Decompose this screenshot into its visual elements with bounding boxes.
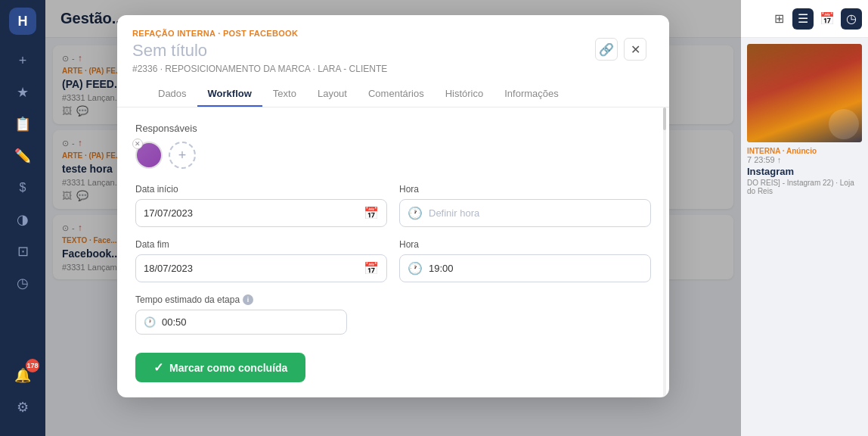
tempo-section: Tempo estimado da etapa i 🕐 00:50 [135,294,651,335]
check-icon: ✓ [153,360,163,375]
right-card-timestamp: 7 23:59 ↑ [747,155,862,164]
sidebar-item-star[interactable]: ★ [9,79,36,106]
info-icon: i [243,294,253,305]
modal-tabs: Dados Workflow Texto Layout Comentários … [132,82,654,107]
sidebar-logo[interactable]: H [9,8,36,35]
top-bar: ⊞ ☰ 📅 ◷ [741,0,868,38]
hora-fim-input[interactable]: 🕐 [399,254,651,282]
calendar-view-icon[interactable]: 📅 [817,8,838,30]
clock-view-icon[interactable]: ◷ [841,8,862,30]
plus-icon: + [19,53,27,69]
responsaveis-row: ✕ + [135,142,651,169]
data-fim-label: Data fim [135,239,387,250]
panel-image [747,44,862,142]
modal-overlay: REFAÇÃO INTERNA · POST FACEBOOK Sem títu… [45,0,741,436]
link-icon: 🔗 [599,42,614,57]
grid-view-icon[interactable]: ⊞ [768,8,789,30]
clock-icon: ◷ [17,275,29,291]
tab-layout[interactable]: Layout [307,82,358,107]
clock-fim-icon: 🕐 [408,261,423,276]
sidebar-item-chart[interactable]: ◑ [9,206,36,233]
responsaveis-label: Responsáveis [135,123,651,134]
hora-fim-field[interactable] [429,263,643,274]
sidebar: H + ★ 📋 ✏️ $ ◑ ⊡ ◷ 🔔 178 ⚙ [0,0,45,436]
sidebar-item-clipboard[interactable]: 📋 [9,111,36,138]
hora-inicio-input[interactable]: 🕐 [399,199,651,227]
data-fim-field[interactable] [144,263,358,274]
data-inicio-label: Data início [135,184,387,195]
sidebar-item-plus[interactable]: + [9,47,36,74]
clock-input-icon: 🕐 [408,206,423,220]
modal: REFAÇÃO INTERNA · POST FACEBOOK Sem títu… [117,15,669,397]
right-card-title: Instagram [747,166,862,177]
date-fields-row: Data início 📅 Hora 🕐 [135,184,651,227]
hora-inicio-label: Hora [399,184,651,195]
clipboard-icon: 📋 [14,116,31,132]
btn-label: Marcar como concluída [169,362,287,374]
data-inicio-group: Data início 📅 [135,184,387,227]
sidebar-item-clock[interactable]: ◷ [9,269,36,297]
tab-comentarios[interactable]: Comentários [358,82,435,107]
modal-body: Responsáveis ✕ + Data início 📅 [117,107,669,397]
hora-fim-label: Hora [399,239,651,250]
tab-texto[interactable]: Texto [262,82,307,107]
tab-workflow[interactable]: Workflow [197,82,262,107]
tempo-value: 00:50 [162,316,187,328]
tempo-label: Tempo estimado da etapa i [135,294,651,305]
tab-dados[interactable]: Dados [147,82,197,107]
inbox-icon: ⊡ [17,243,29,260]
dollar-icon: $ [20,181,26,195]
data-inicio-input[interactable]: 📅 [135,199,387,227]
sidebar-item-dollar[interactable]: $ [9,174,36,201]
date-fim-fields-row: Data fim 📅 Hora 🕐 [135,239,651,282]
hora-inicio-field[interactable] [429,207,643,219]
scroll-track [663,107,666,397]
tab-informacoes[interactable]: Informações [494,82,569,107]
modal-title: Sem título [132,41,654,61]
remove-avatar-button[interactable]: ✕ [132,139,143,149]
add-avatar-button[interactable]: + [169,142,196,169]
close-button[interactable]: ✕ [624,38,646,61]
clock-tempo-icon: 🕐 [144,316,156,328]
hora-inicio-group: Hora 🕐 [399,184,651,227]
notification-badge: 178 [26,359,39,372]
sidebar-item-edit[interactable]: ✏️ [9,142,36,170]
sidebar-item-inbox[interactable]: ⊡ [9,238,36,265]
link-button[interactable]: 🔗 [595,38,618,61]
close-icon: ✕ [631,42,640,57]
sidebar-item-notification[interactable]: 🔔 178 [9,362,36,389]
hora-fim-group: Hora 🕐 [399,239,651,282]
modal-header-actions: 🔗 ✕ [595,38,646,61]
scroll-thumb[interactable] [663,107,666,130]
right-card-label: INTERNA · Anúncio [747,147,862,155]
tempo-input[interactable]: 🕐 00:50 [135,310,347,335]
list-view-icon[interactable]: ☰ [792,8,814,30]
edit-icon: ✏️ [14,148,31,164]
settings-icon: ⚙ [17,399,29,416]
right-card-meta: DO REIS] - Instagram 22) · Loja do Reis [747,179,862,195]
calendar-fim-icon: 📅 [364,261,379,276]
right-panel: INTERNA · Anúncio 7 23:59 ↑ Instagram DO… [741,0,868,436]
calendar-icon: 📅 [364,206,379,220]
data-fim-group: Data fim 📅 [135,239,387,282]
data-inicio-field[interactable] [144,207,358,219]
tab-historico[interactable]: Histórico [435,82,494,107]
modal-meta: #2336 · REPOSICIONAMENTO DA MARCA · LARA… [132,64,654,74]
sidebar-item-settings[interactable]: ⚙ [9,394,36,421]
marcar-concluida-button[interactable]: ✓ Marcar como concluída [135,353,305,382]
modal-header: REFAÇÃO INTERNA · POST FACEBOOK Sem títu… [117,15,669,107]
avatar-container: ✕ [135,142,163,169]
star-icon: ★ [17,84,29,101]
modal-subtitle: REFAÇÃO INTERNA · POST FACEBOOK [132,29,654,38]
chart-icon: ◑ [17,211,29,228]
data-fim-input[interactable]: 📅 [135,254,387,282]
